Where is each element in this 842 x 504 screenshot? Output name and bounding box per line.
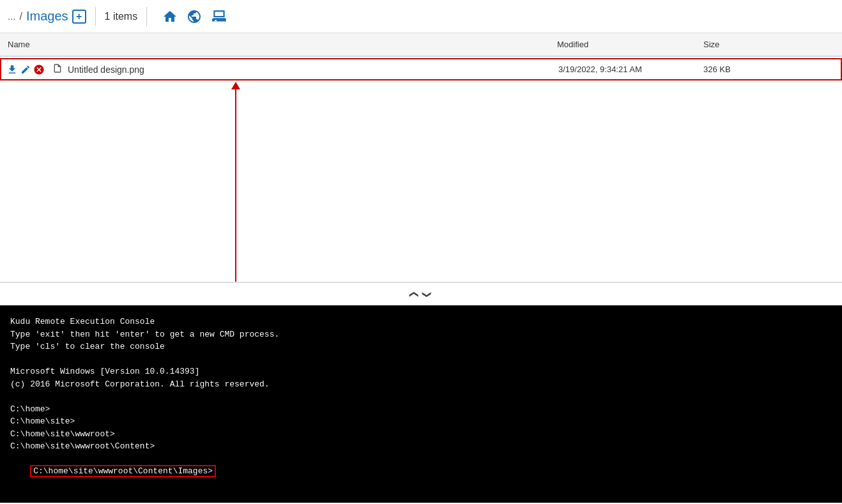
file-row-name-cell: Untitled design.png — [1, 59, 551, 79]
delete-icon[interactable] — [33, 64, 45, 75]
table-row: Untitled design.png 3/19/2022, 9:34:21 A… — [0, 58, 842, 80]
file-name[interactable]: Untitled design.png — [68, 65, 144, 75]
edit-icon[interactable] — [20, 65, 31, 75]
home-icon[interactable] — [162, 9, 178, 24]
toolbar-icons — [162, 8, 227, 25]
col-size: Size — [696, 37, 842, 52]
terminal-line-7 — [10, 390, 832, 403]
terminal-line-1: Kudu Remote Execution Console — [10, 316, 832, 328]
globe-icon[interactable] — [187, 9, 202, 24]
resize-handle[interactable]: ❮ ❮ — [0, 282, 842, 305]
file-browser: Name Modified Size — [0, 33, 842, 282]
chevron-up-icon[interactable]: ❮ — [422, 291, 432, 298]
toolbar-divider — [95, 7, 96, 26]
terminal-line-8: C:\home> — [10, 403, 832, 416]
arrow-head — [231, 82, 240, 89]
file-modified: 3/19/2022, 9:34:21 AM — [551, 61, 696, 78]
file-size: 326 KB — [696, 61, 841, 78]
arrow-line — [235, 89, 236, 282]
terminal-line-11: C:\home\site\wwwroot\Content> — [10, 440, 832, 453]
annotation-arrow-wrapper — [235, 82, 236, 282]
breadcrumb-ellipsis[interactable]: ... — [8, 11, 16, 22]
terminal[interactable]: Kudu Remote Execution Console Type 'exit… — [0, 305, 842, 503]
download-icon[interactable] — [6, 64, 18, 75]
col-name: Name — [0, 37, 549, 52]
breadcrumb-current: Images — [26, 9, 68, 24]
terminal-highlighted-line: C:\home\site\wwwroot\Content\Images> — [10, 453, 832, 491]
chevron-down-icon[interactable]: ❮ — [410, 291, 420, 298]
terminal-line-5: Microsoft Windows [Version 10.0.14393] — [10, 365, 832, 378]
add-button[interactable]: + — [72, 10, 86, 24]
breadcrumb-separator: / — [20, 11, 22, 22]
table-header: Name Modified Size — [0, 33, 842, 57]
highlighted-path: C:\home\site\wwwroot\Content\Images> — [30, 465, 216, 477]
server-icon[interactable] — [211, 8, 227, 25]
terminal-line-6: (c) 2016 Microsoft Corporation. All righ… — [10, 378, 832, 391]
terminal-line-4 — [10, 353, 832, 366]
toolbar-divider-2 — [146, 7, 147, 26]
item-count: 1 items — [105, 11, 138, 22]
file-row-actions — [6, 64, 45, 75]
col-modified: Modified — [549, 37, 696, 52]
file-type-icon — [52, 63, 63, 75]
breadcrumb: ... / Images — [8, 9, 68, 24]
terminal-line-10: C:\home\site\wwwroot> — [10, 428, 832, 441]
terminal-line-9: C:\home\site> — [10, 415, 832, 428]
toolbar: ... / Images + 1 items — [0, 0, 842, 33]
terminal-line-3: Type 'cls' to clear the console — [10, 340, 832, 353]
terminal-line-2: Type 'exit' then hit 'enter' to get a ne… — [10, 328, 832, 341]
